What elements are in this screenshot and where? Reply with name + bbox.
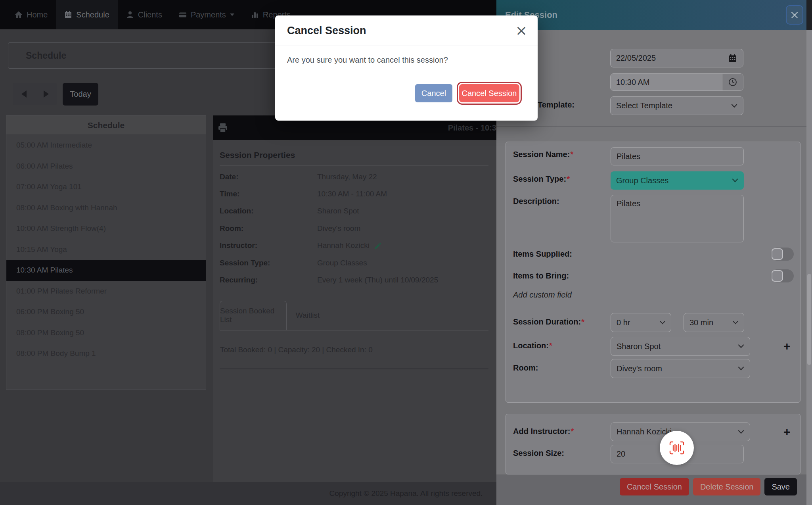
nav-item-payments[interactable]: Payments — [170, 0, 243, 29]
session-name-label: Session Name:* — [513, 150, 573, 159]
modal-footer: Cancel Cancel Session — [275, 74, 538, 102]
calendar-icon[interactable] — [728, 54, 737, 63]
property-row: Time: 10:30 AM - 11:00 AM — [220, 185, 488, 202]
app-screen: Home Schedule Clients Payments Reports S… — [0, 0, 812, 505]
nav-item-schedule[interactable]: Schedule — [56, 0, 117, 29]
today-button[interactable]: Today — [63, 83, 98, 106]
drawer-header: Edit Session — [496, 0, 806, 30]
description-label: Description: — [513, 197, 559, 206]
date-nav-arrows — [13, 83, 57, 105]
duration-minutes-select[interactable]: 30 min — [684, 313, 744, 332]
description-textarea[interactable]: Pilates — [611, 195, 744, 242]
session-toolbar-title: Pilates - 10:3 — [448, 123, 496, 132]
list-item[interactable]: 10:15 AM Yoga — [6, 239, 206, 260]
chevron-down-icon — [732, 179, 738, 182]
list-item[interactable]: 05:00 AM Intermediate — [6, 135, 206, 156]
divider — [220, 369, 488, 369]
list-item[interactable]: 01:00 PM Pilates Reformer — [6, 281, 206, 302]
clock-icon — [728, 77, 737, 87]
drawer-footer: Cancel Session Delete Session Save — [496, 474, 806, 505]
modal-close-icon[interactable]: × — [515, 23, 527, 38]
nav-label: Clients — [138, 10, 162, 19]
list-item[interactable]: 08:00 AM Boxing with Hannah — [6, 198, 206, 219]
session-type-label: Session Type:* — [513, 175, 570, 184]
items-to-bring-toggle[interactable] — [771, 269, 794, 282]
next-day-button[interactable] — [35, 83, 57, 105]
cancel-session-modal: Cancel Session × Are you sure you want t… — [275, 15, 538, 121]
list-item[interactable]: 06:00 PM Boxing 50 — [6, 301, 206, 323]
modal-cancel-button[interactable]: Cancel — [415, 84, 452, 102]
loading-spinner — [660, 431, 694, 465]
session-time-input[interactable]: 10:30 AM — [610, 73, 743, 91]
schedule-list: Schedule 05:00 AM Intermediate 06:00 AM … — [6, 115, 206, 390]
template-label: Template: — [538, 100, 575, 109]
credit-card-icon — [179, 11, 187, 19]
add-location-button[interactable]: + — [783, 340, 791, 352]
save-button[interactable]: Save — [764, 478, 797, 495]
schedule-list-header: Schedule — [6, 116, 206, 135]
nav-item-home[interactable]: Home — [6, 0, 56, 29]
property-row: Session Type: Group Classes — [220, 254, 488, 271]
cancel-session-button[interactable]: Cancel Session — [620, 478, 689, 495]
items-supplied-label: Items Supplied: — [513, 250, 572, 259]
print-icon[interactable] — [218, 123, 228, 132]
booking-summary: Total Booked: 0 | Capacity: 20 | Checked… — [220, 346, 488, 354]
list-item[interactable]: 08:00 PM Body Bump 1 — [6, 343, 206, 364]
booking-tabs: Session Booked List Waitlist — [220, 301, 488, 330]
duration-hours-select[interactable]: 0 hr — [611, 313, 671, 332]
modal-message: Are you sure you want to cancel this ses… — [275, 46, 538, 74]
list-item-selected[interactable]: 10:30 AM Pilates — [6, 260, 206, 281]
session-type-select[interactable]: Group Classes — [611, 171, 744, 190]
session-properties-title: Session Properties — [220, 150, 488, 160]
chevron-down-icon — [660, 321, 665, 325]
divider — [496, 126, 806, 127]
calendar-icon — [64, 11, 72, 19]
room-select[interactable]: Divey's room — [611, 359, 750, 378]
close-icon — [791, 11, 799, 19]
prev-day-button[interactable] — [13, 83, 35, 105]
divider — [220, 165, 488, 166]
tab-session-booked-list[interactable]: Session Booked List — [220, 301, 287, 330]
template-select[interactable]: Select Template — [610, 96, 743, 115]
drawer-scrollbar[interactable] — [806, 30, 812, 505]
drawer-close-button[interactable] — [786, 5, 803, 25]
bar-chart-icon — [251, 11, 259, 19]
edit-pencil-icon[interactable] — [374, 242, 382, 250]
location-select[interactable]: Sharon Spot — [611, 337, 750, 356]
property-row: Recurring: Every 1 week (Thu) until 10/0… — [220, 271, 488, 288]
tab-waitlist[interactable]: Waitlist — [287, 301, 329, 330]
room-label: Room: — [513, 363, 538, 373]
property-row: Instructor: Hannah Kozicki — [220, 237, 488, 254]
modal-title: Cancel Session — [287, 25, 366, 37]
property-row: Room: Divey's room — [220, 220, 488, 237]
list-item[interactable]: 06:00 AM Pilates — [6, 156, 206, 177]
location-label: Location:* — [513, 341, 552, 350]
nav-item-clients[interactable]: Clients — [118, 0, 170, 29]
chevron-down-icon — [738, 344, 744, 348]
session-size-label: Session Size: — [513, 449, 564, 458]
session-name-input[interactable]: Pilates — [611, 147, 744, 165]
person-icon — [126, 11, 134, 19]
toggle-knob — [772, 248, 783, 260]
scrollbar-thumb[interactable] — [807, 274, 811, 365]
session-detail-panel: Pilates - 10:3 Session Properties Date: … — [213, 115, 496, 482]
items-supplied-toggle[interactable] — [771, 248, 794, 261]
chevron-down-icon — [738, 430, 744, 434]
time-picker-button[interactable] — [722, 74, 743, 90]
session-properties: Session Properties Date: Thursday, May 2… — [213, 140, 496, 289]
edit-session-drawer: Edit Session 22/05/2025 10:30 AM Templat… — [496, 0, 812, 505]
add-instructor-button[interactable]: + — [783, 426, 791, 438]
list-item[interactable]: 10:00 AM Strength Flow(4) — [6, 218, 206, 239]
chevron-down-icon — [733, 321, 738, 325]
property-row: Location: Sharon Spot — [220, 203, 488, 220]
nav-label: Payments — [191, 10, 226, 19]
add-custom-field-link[interactable]: Add custom field — [513, 290, 572, 300]
modal-confirm-cancel-session-button[interactable]: Cancel Session — [459, 84, 519, 102]
delete-session-button[interactable]: Delete Session — [693, 478, 761, 495]
list-item[interactable]: 08:00 PM Boxing 50 — [6, 323, 206, 344]
toggle-knob — [772, 270, 783, 282]
session-date-input[interactable]: 22/05/2025 — [610, 49, 743, 67]
instructor-form-card: Add Instructor:* Hannah Kozicki + Sessio… — [506, 414, 801, 474]
list-item[interactable]: 07:00 AM Yoga 101 — [6, 177, 206, 198]
nav-label: Home — [27, 10, 48, 19]
